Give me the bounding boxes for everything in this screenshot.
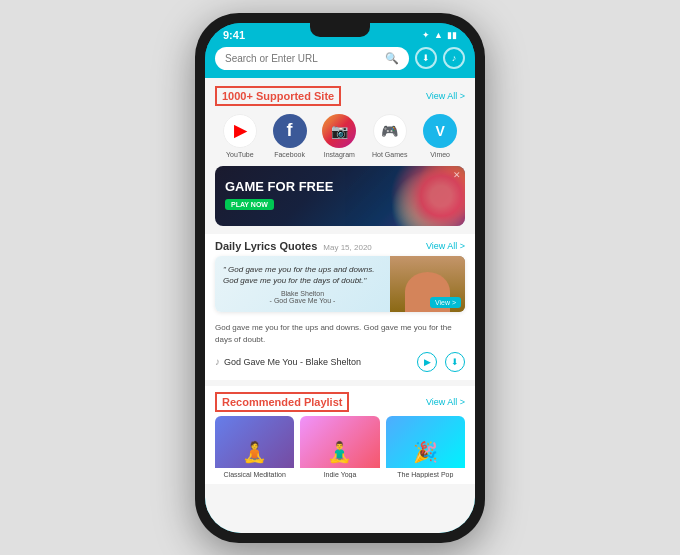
supported-sites-title: 1000+ Supported Site: [215, 86, 341, 106]
playlist-cards: Classical Meditation Indie Yoga The Happ…: [205, 416, 475, 478]
lyrics-quote-area: " God gave me you for the ups and downs.…: [215, 256, 390, 312]
playlist-card-2[interactable]: Indie Yoga: [300, 416, 379, 478]
site-item-hotgames[interactable]: 🎮 Hot Games: [372, 114, 407, 158]
supported-sites-section: 1000+ Supported Site View All > ▶ YouTub…: [205, 78, 475, 166]
playlist-label-2: Indie Yoga: [300, 471, 379, 478]
download-song-button[interactable]: ⬇: [445, 352, 465, 372]
song-actions: ▶ ⬇: [417, 352, 465, 372]
lyrics-view-all[interactable]: View All >: [426, 241, 465, 251]
content-area: 1000+ Supported Site View All > ▶ YouTub…: [205, 78, 475, 533]
playlist-label-1: Classical Meditation: [215, 471, 294, 478]
instagram-label: Instagram: [324, 151, 355, 158]
site-item-youtube[interactable]: ▶ YouTube: [223, 114, 257, 158]
supported-sites-view-all[interactable]: View All >: [426, 91, 465, 101]
lyrics-song: - God Gave Me You -: [223, 297, 382, 304]
battery-icon: ▮▮: [447, 30, 457, 40]
playlist-view-all[interactable]: View All >: [426, 397, 465, 407]
banner-close-icon[interactable]: ✕: [453, 170, 461, 180]
play-button[interactable]: ▶: [417, 352, 437, 372]
song-title-text: God Gave Me You - Blake Shelton: [224, 357, 361, 367]
playlist-card-1[interactable]: Classical Meditation: [215, 416, 294, 478]
search-input[interactable]: [225, 53, 381, 64]
phone-screen: 9:41 ✦ ▲ ▮▮ 🔍 ⬇ ♪ 1000+ Sup: [205, 23, 475, 533]
vimeo-icon: V: [423, 114, 457, 148]
site-item-facebook[interactable]: f Facebook: [273, 114, 307, 158]
daily-lyrics-section: Daily Lyrics Quotes May 15, 2020 View Al…: [205, 234, 475, 380]
playlist-title: Recommended Playlist: [215, 392, 349, 412]
phone-frame: 9:41 ✦ ▲ ▮▮ 🔍 ⬇ ♪ 1000+ Sup: [195, 13, 485, 543]
instagram-icon: 📷: [322, 114, 356, 148]
banner-art: [345, 166, 465, 226]
status-time: 9:41: [223, 29, 245, 41]
site-item-instagram[interactable]: 📷 Instagram: [322, 114, 356, 158]
notch: [310, 23, 370, 37]
song-row: ♪ God Gave Me You - Blake Shelton ▶ ⬇: [215, 352, 465, 372]
facebook-label: Facebook: [274, 151, 305, 158]
playlist-label-3: The Happiest Pop: [386, 471, 465, 478]
lyrics-view-button[interactable]: View >: [430, 297, 461, 308]
lyrics-header: Daily Lyrics Quotes May 15, 2020 View Al…: [205, 234, 475, 256]
playlist-image-1: [215, 416, 294, 468]
youtube-icon: ▶: [223, 114, 257, 148]
supported-sites-header: 1000+ Supported Site View All >: [205, 78, 475, 110]
lyrics-title-group: Daily Lyrics Quotes May 15, 2020: [215, 240, 372, 252]
ig-symbol: 📷: [331, 123, 348, 139]
recommended-playlist-section: Recommended Playlist View All > Classica…: [205, 386, 475, 484]
hg-symbol: 🎮: [381, 123, 398, 139]
song-title: ♪ God Gave Me You - Blake Shelton: [215, 356, 361, 367]
lyrics-quote: " God gave me you for the ups and downs.…: [223, 264, 382, 286]
lyrics-title: Daily Lyrics Quotes: [215, 240, 317, 252]
playlist-header: Recommended Playlist View All >: [205, 386, 475, 416]
facebook-icon: f: [273, 114, 307, 148]
lyrics-artist: Blake Shelton: [223, 290, 382, 297]
song-description: God gave me you for the ups and downs. G…: [215, 322, 465, 346]
download-icon[interactable]: ⬇: [415, 47, 437, 69]
site-item-vimeo[interactable]: V Vimeo: [423, 114, 457, 158]
play-now-button[interactable]: PLAY NOW: [225, 199, 274, 210]
music-icon[interactable]: ♪: [443, 47, 465, 69]
youtube-label: YouTube: [226, 151, 254, 158]
vimeo-label: Vimeo: [430, 151, 450, 158]
playlist-card-3[interactable]: The Happiest Pop: [386, 416, 465, 478]
banner-text: GAME FOR FREE PLAY NOW: [225, 180, 333, 211]
playlist-image-3: [386, 416, 465, 468]
hotgames-icon: 🎮: [373, 114, 407, 148]
music-note-icon: ♪: [215, 356, 220, 367]
lyrics-card: " God gave me you for the ups and downs.…: [215, 256, 465, 312]
yt-symbol: ▶: [234, 121, 246, 140]
bluetooth-icon: ✦: [422, 30, 430, 40]
status-icons: ✦ ▲ ▮▮: [422, 30, 457, 40]
vm-symbol: V: [435, 123, 444, 139]
lyrics-image: View >: [390, 256, 465, 312]
playlist-image-2: [300, 416, 379, 468]
search-bar-wrapper: 🔍 ⬇ ♪: [205, 43, 475, 78]
search-bar[interactable]: 🔍: [215, 47, 409, 70]
song-info: God gave me you for the ups and downs. G…: [205, 318, 475, 376]
wifi-icon: ▲: [434, 30, 443, 40]
banner-title: GAME FOR FREE: [225, 180, 333, 193]
hotgames-label: Hot Games: [372, 151, 407, 158]
lyrics-date: May 15, 2020: [323, 243, 371, 252]
search-icon: 🔍: [385, 52, 399, 65]
fb-symbol: f: [287, 120, 293, 141]
header-actions: ⬇ ♪: [415, 47, 465, 69]
game-banner[interactable]: GAME FOR FREE PLAY NOW ✕: [215, 166, 465, 226]
sites-row: ▶ YouTube f Facebook 📷 Ins: [205, 110, 475, 166]
